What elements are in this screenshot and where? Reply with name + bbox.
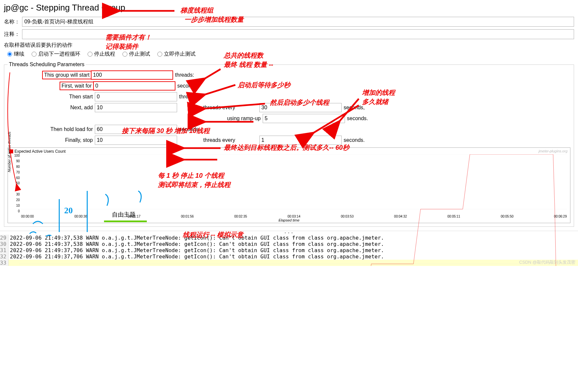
wait-input[interactable] <box>93 81 175 91</box>
error-action-radios: 继续 启动下一进程循环 停止线程 停止测试 立即停止测试 <box>4 51 574 58</box>
add-suffix: seconds, <box>342 105 384 111</box>
name-input[interactable] <box>22 17 574 27</box>
chart-legend: Expected Active Users Count <box>9 149 66 154</box>
radio-next-loop[interactable]: 启动下一进程循环 <box>32 51 80 58</box>
ramp-input[interactable] <box>263 114 345 123</box>
radio-stop-now[interactable]: 立即停止测试 <box>157 51 196 58</box>
csdn-watermark: CSDN @敲代码敲到头发茂密 <box>519 259 575 265</box>
start-suffix: threads: <box>173 72 216 78</box>
stop-suffix: seconds. <box>342 137 384 143</box>
y-ticks: 1009080706050403020100 <box>13 154 20 213</box>
wait-label: First, wait for <box>60 82 93 90</box>
then-input[interactable] <box>95 92 177 101</box>
chart-watermark: jmeter-plugins.org <box>539 149 567 153</box>
name-label: 名称： <box>4 18 22 25</box>
radio-stop-test[interactable]: 停止测试 <box>122 51 150 58</box>
radio-stop-thread[interactable]: 停止线程 <box>88 51 115 58</box>
start-label: This group will start <box>43 71 91 79</box>
hold-input[interactable] <box>95 125 177 134</box>
stop-label: Finally, stop <box>8 137 95 143</box>
add-every-input[interactable] <box>259 103 342 112</box>
stop-every-input[interactable] <box>259 136 342 145</box>
scheduling-fieldset: Threads Scheduling Parameters This group… <box>4 62 574 227</box>
add-mid: threads every <box>177 105 259 111</box>
stop-input[interactable] <box>95 136 177 145</box>
chart-svg <box>19 154 567 266</box>
then-label: Then start <box>8 94 95 100</box>
hold-suffix: seconds. <box>177 126 220 132</box>
y-axis-label: Number of active threads <box>7 132 11 172</box>
add-label: Next, add <box>8 105 95 111</box>
comment-input[interactable] <box>22 29 574 39</box>
then-suffix: threads; <box>177 94 220 100</box>
chart-area: Expected Active Users Count jmeter-plugi… <box>8 147 570 223</box>
ramp-suffix: seconds. <box>345 116 388 121</box>
page-title: jp@gc - Stepping Thread Group <box>4 3 574 13</box>
ramp-label: using ramp-up <box>8 116 263 121</box>
radio-continue[interactable]: 继续 <box>7 51 24 58</box>
hold-label: Then hold load for <box>8 126 95 132</box>
start-input[interactable] <box>91 70 173 80</box>
wait-suffix: seconds; <box>175 83 218 89</box>
error-action-label: 在取样器错误后要执行的动作 <box>4 42 574 49</box>
comment-label: 注释： <box>4 31 22 38</box>
fieldset-legend: Threads Scheduling Parameters <box>8 62 86 67</box>
green-underline <box>104 221 147 222</box>
add-input[interactable] <box>95 103 177 112</box>
stop-mid: threads every <box>177 137 259 143</box>
